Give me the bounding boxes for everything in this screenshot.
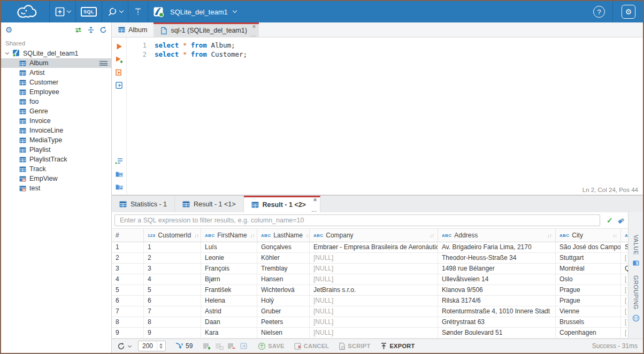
execute-statement-icon[interactable] (114, 42, 124, 51)
load-script-icon[interactable] (114, 182, 124, 191)
grid-cell[interactable]: François (201, 264, 257, 274)
column-header-clipped[interactable]: ABC (621, 229, 628, 242)
table-row[interactable]: 44BjørnHansen[NULL]Ullevålsveien 14Oslo[ (112, 274, 628, 285)
collapse-all-icon[interactable] (87, 26, 95, 34)
grid-cell[interactable]: 4 (112, 274, 144, 285)
sort-icon[interactable]: ↓↑ (609, 233, 617, 238)
results-tab-result-1-2[interactable]: Result - 1 <2> ✕ ... (244, 196, 320, 212)
explain-plan-icon[interactable] (114, 80, 124, 90)
grid-cell[interactable]: Holý (257, 296, 310, 306)
save-script-icon[interactable] (114, 169, 124, 179)
duplicate-row-button[interactable] (215, 343, 224, 350)
close-icon[interactable]: ✕ (252, 25, 256, 29)
apply-filter-icon[interactable]: ✓ (607, 216, 613, 225)
grid-cell[interactable]: [ (621, 274, 628, 285)
grid-cell[interactable]: Theodor-Heuss-Straße 34 (438, 253, 556, 264)
grid-cell[interactable]: Embraer - Empresa Brasileira de Aeronáut… (310, 242, 438, 253)
grid-cell[interactable]: Montréal (556, 264, 621, 274)
grid-cell[interactable]: Helena (201, 296, 257, 306)
new-object-button[interactable] (50, 1, 75, 22)
side-tab-value[interactable]: VALUE (633, 235, 639, 255)
grid-cell[interactable]: Bjørn (201, 274, 257, 285)
grid-cell[interactable]: 1 (144, 242, 201, 253)
grid-cell[interactable]: Luís (201, 242, 257, 253)
grid-cell[interactable]: 6 (112, 296, 144, 306)
grid-cell[interactable]: 7 (112, 306, 144, 317)
grid-cell[interactable]: Klanova 9/506 (438, 285, 556, 296)
help-button[interactable]: ? (593, 6, 605, 18)
sql-editor-button[interactable]: SQL (76, 1, 102, 22)
tree-item-invoice[interactable]: Invoice (1, 116, 111, 126)
row-menu-icon[interactable] (99, 61, 108, 66)
execution-log-icon[interactable] (114, 156, 124, 166)
table-row[interactable]: 22LeonieKöhler[NULL]Theodor-Heuss-Straße… (112, 253, 628, 264)
filter-input[interactable] (114, 214, 600, 226)
grid-cell[interactable]: [ (621, 328, 628, 338)
grid-cell[interactable]: Rilská 3174/6 (438, 296, 556, 306)
sort-icon[interactable]: ↓↑ (303, 233, 310, 238)
navigator-settings-icon[interactable]: ⚙ (5, 25, 12, 35)
table-row[interactable]: 11LuísGonçalvesEmbraer - Empresa Brasile… (112, 242, 628, 253)
tab-menu-dots[interactable]: ... (250, 33, 256, 37)
grid-cell[interactable]: Av. Brigadeiro Faria Lima, 2170 (438, 242, 556, 253)
grid-cell[interactable]: 2 (144, 253, 201, 264)
grid-cell[interactable]: Köhler (257, 253, 310, 264)
grid-cell[interactable]: Peeters (257, 317, 310, 328)
grid-cell[interactable]: Sønder Boulevard 51 (438, 328, 556, 338)
grid-cell[interactable]: 5 (144, 285, 201, 296)
grid-cell[interactable]: [NULL] (310, 317, 438, 328)
add-row-button[interactable] (203, 343, 211, 350)
grid-cell[interactable]: Q (621, 264, 628, 274)
grid-cell[interactable]: Nielsen (257, 328, 310, 338)
grid-cell[interactable]: Wichterlová (257, 285, 310, 296)
tree-item-customer[interactable]: Customer (1, 78, 111, 87)
sort-icon[interactable]: ↓↑ (247, 233, 255, 238)
code-line[interactable]: select * from Album; (155, 41, 643, 50)
column-header-#[interactable]: # (112, 229, 144, 242)
column-header-company[interactable]: ABCCompany↓↑ (310, 229, 438, 242)
grid-cell[interactable]: 2 (112, 253, 144, 264)
grid-cell[interactable]: Rotenturmstraße 4, 1010 Innere Stadt (438, 306, 556, 317)
table-row[interactable]: 55FrantišekWichterlováJetBrains s.r.o.Kl… (112, 285, 628, 296)
grid-cell[interactable]: [NULL] (310, 253, 438, 264)
grid-cell[interactable]: [NULL] (310, 306, 438, 317)
tree-item-genre[interactable]: Genre (1, 106, 111, 116)
tree-item-foo[interactable]: foo (1, 97, 111, 106)
grid-cell[interactable]: Gonçalves (257, 242, 310, 253)
refresh-icon[interactable] (99, 26, 107, 34)
sql-code[interactable]: select * from Album;select * from Custom… (155, 41, 643, 195)
tree-item-invoiceline[interactable]: InvoiceLine (1, 126, 111, 135)
tree-item-playlist[interactable]: Playlist (1, 145, 111, 155)
grid-cell[interactable]: [ (621, 317, 628, 328)
grid-cell[interactable]: [ (621, 306, 628, 317)
text-tools-button[interactable] (128, 1, 148, 22)
grid-cell[interactable]: František (201, 285, 257, 296)
table-row[interactable]: 33FrançoisTremblay[NULL]1498 rue Bélange… (112, 264, 628, 274)
tree-item-employee[interactable]: Employee (1, 87, 111, 97)
grid-cell[interactable]: Oslo (556, 274, 621, 285)
side-tab-grouping[interactable]: GROUPING (633, 275, 639, 310)
tab-menu-dots[interactable]: ... (311, 208, 317, 212)
execute-new-tab-icon[interactable] (114, 55, 124, 64)
table-row[interactable]: 88DaanPeeters[NULL]Grétrystraat 63Brusse… (112, 317, 628, 328)
fetch-size-stepper[interactable] (138, 341, 166, 351)
grid-cell[interactable]: Brussels (556, 317, 621, 328)
grid-cell[interactable]: 1498 rue Bélanger (438, 264, 556, 274)
editor-tab-sql-1[interactable]: sql-1 (SQLite_del_team1) ✕ ... (154, 22, 258, 37)
column-header-firstname[interactable]: ABCFirstName↓↑ (201, 229, 257, 242)
column-header-city[interactable]: ABCCity↓↑ (556, 229, 621, 242)
fetch-size-input[interactable] (139, 342, 157, 350)
results-tab-statistics[interactable]: Statistics - 1 (112, 196, 175, 212)
grid-cell[interactable]: Prague (556, 296, 621, 306)
grid-cell[interactable]: [NULL] (310, 296, 438, 306)
grid-cell[interactable]: Daan (201, 317, 257, 328)
grid-cell[interactable]: 9 (112, 328, 144, 338)
revert-row-button[interactable] (240, 342, 248, 350)
grid-cell[interactable]: Stuttgart (556, 253, 621, 264)
grid-cell[interactable]: Prague (556, 285, 621, 296)
grid-cell[interactable]: [NULL] (310, 264, 438, 274)
grid-cell[interactable]: Hansen (257, 274, 310, 285)
grid-cell[interactable]: Grétrystraat 63 (438, 317, 556, 328)
tree-item-playlisttrack[interactable]: PlaylistTrack (1, 155, 111, 164)
tree-item-test[interactable]: test (1, 183, 111, 193)
